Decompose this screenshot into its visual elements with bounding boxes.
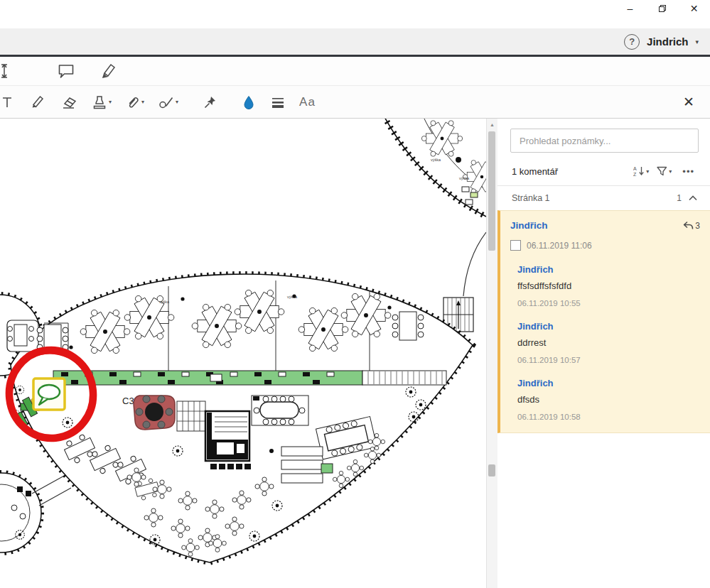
height-label: výška	[431, 158, 441, 162]
comment-annotation-icon[interactable]	[33, 379, 65, 410]
chevron-down-icon: ▾	[109, 99, 112, 105]
sort-icon: A Z	[633, 165, 645, 177]
scroll-up-icon[interactable]: ▲	[487, 119, 497, 130]
document-viewport[interactable]: výška výška výška výška	[0, 119, 497, 588]
height-label: výška	[287, 295, 298, 299]
chevron-down-icon: ▾	[646, 168, 649, 175]
floor-plan: výška výška výška výška	[0, 119, 486, 588]
red-zone	[134, 396, 175, 430]
filter-button[interactable]: ▾	[655, 165, 673, 178]
content-area: výška výška výška výška	[0, 119, 710, 588]
line-weight-icon[interactable]	[268, 92, 288, 112]
measure-tool-icon[interactable]	[0, 60, 15, 82]
grid-table	[177, 401, 205, 431]
reply-icon[interactable]	[683, 221, 694, 230]
text-comment-icon[interactable]	[0, 92, 16, 112]
search-input[interactable]	[518, 135, 691, 147]
fill-color-icon[interactable]	[240, 92, 258, 112]
height-label: výška	[159, 300, 170, 304]
document-scrollbar[interactable]: ▲	[486, 119, 497, 588]
comment-thread[interactable]: Jindřich 3 06.11.2019 11:06 Jindřich ffs…	[497, 210, 710, 433]
comment-author[interactable]: Jindřich	[510, 220, 548, 231]
app-bar: ? Jindrich ▾	[0, 28, 710, 57]
chevron-down-icon: ▾	[141, 99, 144, 105]
room-label-c3: C3	[122, 396, 134, 406]
page-section-header[interactable]: Stránka 1 1	[497, 186, 710, 209]
reply-date: 06.11.2019 10:57	[517, 356, 700, 364]
comment-search[interactable]	[510, 129, 699, 153]
comment-reply[interactable]: Jindřich ffsfsdffsfsfdfd 06.11.2019 10:5…	[517, 264, 700, 307]
pencil-icon[interactable]	[27, 92, 48, 112]
options-menu-button[interactable]: •••	[678, 165, 699, 178]
comment-meta: 06.11.2019 11:06	[510, 240, 700, 251]
help-icon[interactable]: ?	[624, 34, 640, 50]
scrollbar-marker[interactable]	[488, 464, 495, 477]
thread-header: Jindřich 3	[510, 220, 700, 231]
acrobat-window: – ✕ ? Jindrich ▾	[0, 0, 710, 588]
comment-reply[interactable]: Jindřich ddrrest 06.11.2019 10:57	[517, 321, 700, 364]
chevron-up-icon[interactable]	[689, 195, 697, 201]
minimize-button[interactable]: –	[614, 0, 646, 17]
maximize-button[interactable]	[646, 0, 678, 17]
reply-text: ffsfsdffsfsfdfd	[517, 281, 700, 291]
pin-icon[interactable]	[200, 92, 220, 112]
text-style-button[interactable]: Aa	[296, 92, 318, 112]
window-controls: – ✕	[614, 0, 710, 17]
conference-right	[392, 312, 424, 340]
close-window-button[interactable]: ✕	[678, 0, 710, 17]
page-comment-count: 1	[677, 193, 682, 203]
pod-meeting-room	[7, 320, 38, 352]
reply-count: 3	[695, 221, 700, 231]
title-bar: – ✕	[0, 0, 710, 28]
reply-author: Jindřich	[517, 264, 700, 275]
svg-text:Z: Z	[633, 172, 637, 177]
close-toolbar-button[interactable]: ✕	[679, 93, 699, 111]
comment-toolbar-secondary	[0, 57, 710, 86]
sort-button[interactable]: A Z ▾	[632, 164, 650, 178]
scrollbar-thumb[interactable]	[488, 131, 495, 251]
reply-author: Jindřich	[517, 321, 700, 332]
svg-text:A: A	[633, 166, 637, 171]
chevron-down-icon[interactable]: ▾	[695, 38, 699, 45]
restore-icon	[658, 4, 667, 13]
filter-icon	[657, 166, 667, 176]
attach-icon[interactable]: ▾	[123, 92, 147, 112]
sticky-note-icon[interactable]	[55, 60, 77, 82]
highlighter-icon[interactable]	[97, 60, 120, 82]
user-menu[interactable]: Jindrich	[647, 36, 688, 48]
reply-date: 06.11.2019 10:55	[517, 299, 700, 307]
page-label: Stránka 1	[512, 193, 550, 203]
reply-text: dfsds	[517, 394, 700, 405]
comments-header: 1 komentář A Z ▾ ▾ •	[512, 164, 699, 178]
stamp-icon[interactable]: ▾	[89, 92, 114, 112]
comment-reply[interactable]: Jindřich dfsds 06.11.2019 10:58	[517, 378, 700, 421]
reply-author: Jindřich	[517, 378, 700, 388]
chevron-down-icon: ▾	[176, 99, 178, 105]
green-corridor	[53, 371, 446, 385]
comment-count: 1 komentář	[512, 166, 558, 177]
chevron-down-icon: ▾	[669, 168, 672, 175]
height-label: výška	[459, 176, 470, 180]
reply-date: 06.11.2019 10:58	[517, 413, 700, 421]
comment-checkbox[interactable]	[510, 240, 521, 251]
eraser-icon[interactable]	[59, 92, 80, 112]
reply-text: ddrrest	[517, 337, 700, 348]
top-right-wing	[384, 119, 486, 332]
comment-date: 06.11.2019 11:06	[527, 241, 592, 251]
shapes-icon[interactable]: ▾	[156, 92, 181, 112]
comment-toolbar-main: ▾ ▾ ▾ Aa ✕	[0, 86, 710, 119]
building-core	[205, 411, 251, 469]
comments-panel: 1 komentář A Z ▾ ▾ •	[497, 119, 710, 588]
